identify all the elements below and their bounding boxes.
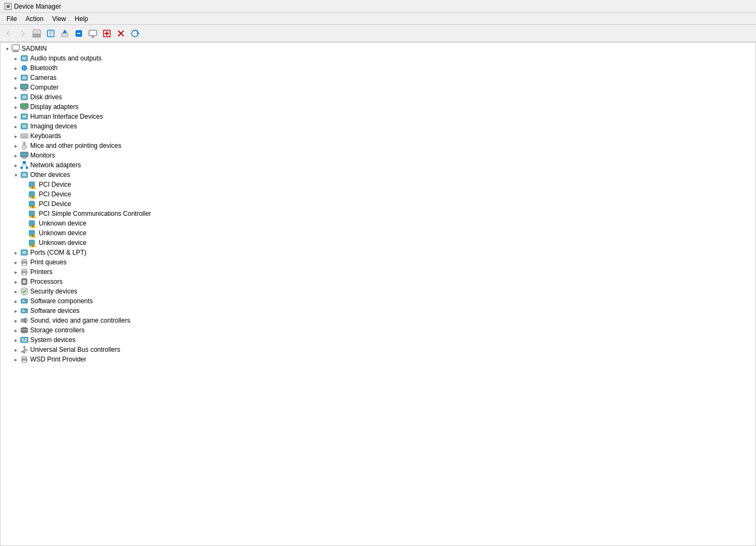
svg-rect-61 (22, 173, 26, 176)
tree-item-displayadapters[interactable]: Display adapters (1, 102, 755, 112)
toggle-hid[interactable] (11, 112, 20, 121)
tree-item-security[interactable]: Security devices (1, 286, 755, 296)
back-button[interactable] (2, 27, 15, 40)
svg-rect-54 (22, 158, 27, 159)
toggle-sadmin[interactable] (3, 44, 11, 53)
tree-item-pci2[interactable]: ! PCI Device (1, 189, 755, 199)
tree-item-sound[interactable]: Sound, video and game controllers (1, 316, 755, 325)
tree-item-printqueues[interactable]: Print queues (1, 257, 755, 267)
svg-rect-123 (22, 360, 26, 363)
tree-item-unknown3[interactable]: ! Unknown device (1, 238, 755, 248)
tree-item-bluetooth[interactable]: B Bluetooth (1, 63, 755, 73)
menu-file[interactable]: File (2, 14, 21, 24)
tree-item-pci1[interactable]: ! PCI Device (1, 180, 755, 189)
toggle-usb[interactable] (11, 345, 20, 354)
toggle-ports[interactable] (11, 248, 20, 257)
tree-item-ports[interactable]: Ports (COM & LPT) (1, 248, 755, 257)
tree-item-storage[interactable]: Storage controllers (1, 325, 755, 335)
label-systemdevices: System devices (30, 336, 76, 344)
icon-audio (20, 54, 29, 63)
toggle-printqueues[interactable] (11, 258, 20, 267)
toggle-storage[interactable] (11, 326, 20, 335)
toggle-computer[interactable] (11, 83, 20, 92)
label-audio: Audio inputs and outputs (30, 54, 101, 62)
svg-rect-111 (22, 338, 24, 340)
tree-item-mice[interactable]: Mice and other pointing devices (1, 141, 755, 151)
scan-button[interactable] (128, 27, 141, 40)
tree-item-unknown1[interactable]: ! Unknown device (1, 219, 755, 228)
label-security: Security devices (30, 288, 77, 295)
icon-otherdevices (20, 170, 29, 179)
svg-point-109 (21, 331, 28, 333)
toggle-keyboards[interactable] (11, 132, 20, 140)
toggle-displayadapters[interactable] (11, 103, 20, 111)
toggle-printers[interactable] (11, 268, 20, 276)
toggle-monitors[interactable] (11, 151, 20, 160)
tree-item-processors[interactable]: Processors (1, 277, 755, 286)
uninstall-button[interactable] (114, 27, 127, 40)
toggle-bluetooth[interactable] (11, 64, 20, 72)
tree-item-hid[interactable]: Human Interface Devices (1, 112, 755, 121)
toggle-mice[interactable] (11, 141, 20, 150)
svg-rect-105 (21, 319, 24, 322)
svg-rect-22 (12, 45, 19, 50)
tree-item-unknown2[interactable]: ! Unknown device (1, 228, 755, 238)
toggle-sound[interactable] (11, 316, 20, 325)
tree-item-systemdevices[interactable]: System devices (1, 335, 755, 345)
toggle-security[interactable] (11, 287, 20, 296)
icon-imaging (20, 122, 29, 131)
toggle-diskdrives[interactable] (11, 93, 20, 101)
tree-item-network[interactable]: Network adapters (1, 160, 755, 170)
toggle-audio[interactable] (11, 54, 20, 63)
tree-item-otherdevices[interactable]: Other devices (1, 170, 755, 180)
toggle-cameras[interactable] (11, 73, 20, 82)
toggle-processors[interactable] (11, 277, 20, 286)
update-driver-button[interactable] (58, 27, 71, 40)
menu-action[interactable]: Action (21, 14, 47, 24)
tree-item-softwaredev[interactable]: Software devices (1, 306, 755, 316)
tree-item-imaging[interactable]: Imaging devices (1, 121, 755, 131)
tree-item-softwarecomp[interactable]: Software components (1, 296, 755, 306)
disable-button[interactable] (72, 27, 85, 40)
tree-item-diskdrives[interactable]: Disk drives (1, 92, 755, 102)
menu-view[interactable]: View (48, 14, 71, 24)
svg-rect-113 (22, 340, 27, 342)
svg-point-120 (23, 351, 25, 353)
icon-softwaredev (20, 306, 29, 315)
app-icon (4, 3, 12, 10)
icon-displayadapters (20, 103, 29, 111)
svg-line-59 (24, 163, 27, 167)
toggle-network[interactable] (11, 161, 20, 169)
tree-item-computer[interactable]: Computer (1, 83, 755, 92)
icon-sound (20, 316, 29, 325)
svg-rect-48 (22, 136, 27, 138)
tree-item-wsd[interactable]: WSD Print Provider (1, 354, 755, 364)
tree-item-cameras[interactable]: Cameras (1, 73, 755, 83)
up-button[interactable] (30, 27, 43, 40)
toggle-softwaredev[interactable] (11, 306, 20, 315)
svg-text:!: ! (32, 195, 33, 199)
tree-item-sadmin[interactable]: SADMIN (1, 44, 755, 53)
label-displayadapters: Display adapters (30, 103, 78, 111)
tree-item-keyboards[interactable]: Keyboards (1, 131, 755, 141)
svg-rect-87 (22, 263, 26, 265)
label-pci2: PCI Device (39, 190, 71, 198)
toggle-imaging[interactable] (11, 122, 20, 131)
forward-button[interactable] (16, 27, 29, 40)
display-button[interactable] (86, 27, 99, 40)
toggle-otherdevices[interactable] (11, 170, 20, 179)
svg-text:!: ! (32, 215, 33, 219)
menu-help[interactable]: Help (71, 14, 93, 24)
tree-item-monitors[interactable]: Monitors (1, 151, 755, 160)
toggle-systemdevices[interactable] (11, 336, 20, 344)
properties-button[interactable] (44, 27, 57, 40)
toggle-wsd[interactable] (11, 355, 20, 364)
tree-item-usb[interactable]: Universal Serial Bus controllers (1, 345, 755, 354)
tree-item-printers[interactable]: Printers (1, 267, 755, 277)
tree-item-audio[interactable]: Audio inputs and outputs (1, 53, 755, 63)
toggle-softwarecomp[interactable] (11, 297, 20, 305)
label-keyboards: Keyboards (30, 132, 61, 140)
tree-item-pci3[interactable]: ! PCI Device (1, 199, 755, 209)
tree-item-pcisimple[interactable]: ! PCI Simple Communications Controller (1, 209, 755, 219)
add-hardware-button[interactable] (100, 27, 113, 40)
